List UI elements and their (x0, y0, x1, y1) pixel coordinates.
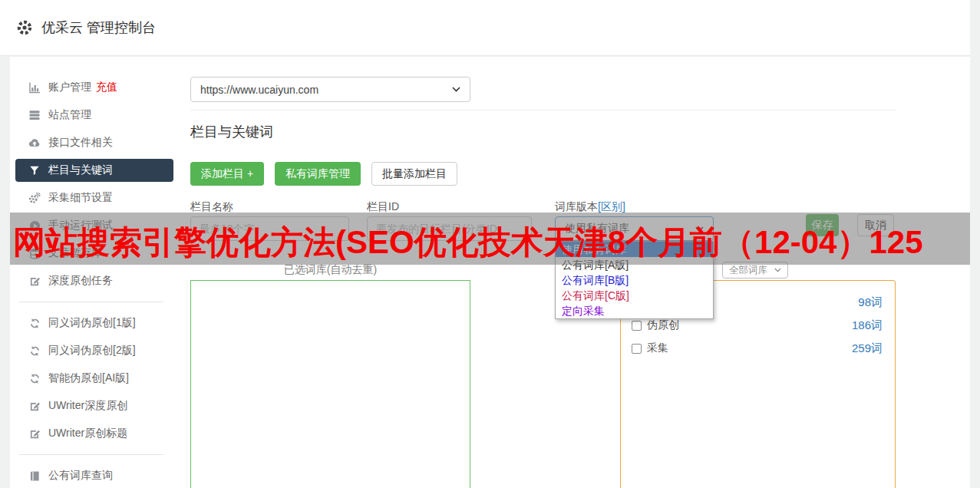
lib-filter-value: 全部词库 (729, 264, 767, 277)
overlay-title: 网站搜索引擎优化方法(SEO优化技术天津8个月前（12-04）125 (10, 213, 970, 259)
stat-label: 伪原创 (647, 318, 679, 332)
sidebar-item-uwriter-title[interactable]: UWriter原创标题 (10, 420, 184, 447)
refresh-icon (28, 373, 41, 384)
chart-bar-icon (28, 81, 41, 94)
filter-icon (28, 165, 41, 176)
sidebar-item-label: 站点管理 (48, 108, 91, 122)
sidebar-item-public-lib-query[interactable]: 公有词库查询 (10, 462, 184, 488)
selected-lib-label: 已选词库(自动去重) (190, 263, 470, 277)
dropdown-option-public-b[interactable]: 公有词库[B版] (556, 272, 713, 288)
book-icon (28, 470, 41, 482)
sidebar-item-label: 采集细节设置 (48, 191, 113, 205)
stat-checkbox[interactable] (632, 344, 642, 354)
cloud-upload-icon (28, 137, 41, 149)
sidebar-divider (19, 302, 163, 302)
sidebar-item-label: 公有词库查询 (48, 469, 113, 483)
gears-icon (28, 192, 41, 204)
private-lib-manage-button[interactable]: 私有词库管理 (275, 162, 361, 186)
sidebar: 账户管理 充值 站点管理 接口文件相关 栏目与关键词 采集细节设置 手动运行测试… (10, 57, 184, 488)
edit-icon (28, 275, 41, 287)
sidebar-item-deep-original-tasks[interactable]: 深度原创任务 (10, 267, 184, 295)
sidebar-item-label: UWriter原创标题 (48, 427, 127, 440)
edit-icon (28, 428, 41, 440)
sidebar-item-synonym-rewrite-v2[interactable]: 同义词伪原创[2版] (10, 337, 184, 364)
lib-version-diff-link[interactable]: [区别] (598, 200, 625, 213)
overlay-banner: 网站搜索引擎优化方法(SEO优化技术天津8个月前（12-04）125 (10, 213, 970, 265)
sidebar-item-uwriter-deep[interactable]: UWriter深度原创 (10, 392, 184, 420)
site-select[interactable]: https://www.ucaiyun.com (190, 77, 470, 102)
chevron-down-icon (774, 268, 781, 272)
batch-add-column-button[interactable]: 批量添加栏目 (371, 162, 457, 186)
sidebar-item-label: 账户管理 (48, 81, 91, 94)
server-icon (28, 109, 41, 121)
sidebar-item-label: 栏目与关键词 (48, 163, 113, 177)
sidebar-item-ai-rewrite[interactable]: 智能伪原创[AI版] (10, 364, 184, 392)
refresh-icon (28, 318, 41, 329)
lib-stat-row: 采集 259词 (621, 337, 895, 360)
chevron-down-icon (452, 87, 460, 92)
app-title: 优采云 管理控制台 (41, 18, 156, 37)
section-divider (190, 110, 896, 110)
stat-count: 98词 (858, 295, 883, 310)
stat-checkbox[interactable] (632, 321, 642, 331)
stat-count: 186词 (852, 318, 883, 333)
stat-count: 259词 (852, 341, 883, 356)
sidebar-item-synonym-rewrite-v1[interactable]: 同义词伪原创[1版] (10, 309, 184, 337)
dropdown-option-directed-collect[interactable]: 定向采集 (556, 303, 713, 318)
sidebar-divider (19, 454, 163, 455)
app-header: 优采云 管理控制台 (0, 0, 970, 56)
sidebar-item-label: 接口文件相关 (48, 136, 113, 150)
refresh-icon (28, 345, 41, 357)
recharge-badge[interactable]: 充值 (96, 81, 117, 94)
selected-lib-box (190, 280, 470, 488)
stat-label: 采集 (647, 341, 668, 355)
sidebar-item-label: UWriter深度原创 (48, 399, 127, 413)
site-select-value: https://www.ucaiyun.com (200, 84, 318, 96)
sidebar-item-sites[interactable]: 站点管理 (10, 101, 184, 129)
toolbar: 添加栏目 + 私有词库管理 批量添加栏目 (190, 162, 457, 186)
sidebar-item-account[interactable]: 账户管理 充值 (10, 74, 184, 101)
add-column-button[interactable]: 添加栏目 + (190, 162, 264, 186)
sidebar-item-interface-files[interactable]: 接口文件相关 (10, 129, 184, 157)
gear-icon (16, 19, 33, 36)
dropdown-option-public-c[interactable]: 公有词库[C版] (556, 288, 713, 303)
sidebar-item-label: 智能伪原创[AI版] (48, 371, 129, 385)
sidebar-item-label: 深度原创任务 (48, 274, 113, 288)
sidebar-item-columns-keywords[interactable]: 栏目与关键词 (15, 159, 173, 182)
edit-icon (28, 401, 41, 412)
sidebar-item-collection-settings[interactable]: 采集细节设置 (10, 184, 184, 212)
sidebar-item-label: 同义词伪原创[2版] (48, 344, 136, 358)
sidebar-item-label: 同义词伪原创[1版] (48, 316, 136, 330)
page-title: 栏目与关键词 (190, 123, 273, 141)
